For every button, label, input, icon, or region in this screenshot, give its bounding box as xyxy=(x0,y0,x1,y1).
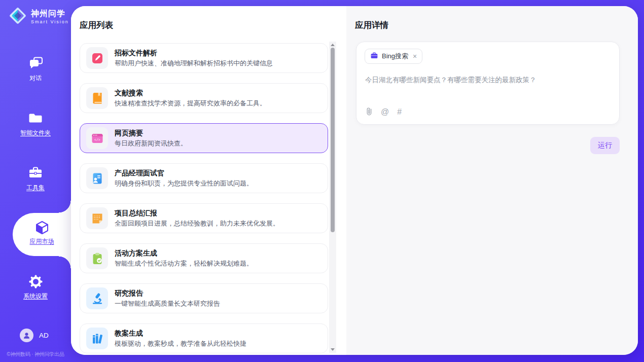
sidebar-item-label: 智能文件夹 xyxy=(20,129,51,137)
sidebar-item-app-market[interactable]: 应用市场 xyxy=(13,213,71,256)
user-account[interactable]: AD xyxy=(20,329,49,342)
app-card-webpage-summary[interactable]: </> 网页摘要 每日政府新闻资讯快查。 xyxy=(80,123,328,153)
main-panel: 应用列表 招标文件解析 帮助用户快速、准确地理解和解析招标书中的关键信息 xyxy=(71,6,638,355)
sidebar-item-label: 对话 xyxy=(29,74,42,83)
sidebar-item-smart-folder[interactable]: 智能文件夹 xyxy=(0,112,71,137)
tool-chip-bing-search: Bing搜索 × xyxy=(365,49,422,64)
app-detail-pane: 应用详情 Bing搜索 × 今日湖北有哪些新闻要点？有哪些需要关注的最新政策？ xyxy=(346,6,638,355)
clipboard-check-icon xyxy=(86,247,108,269)
app-list-pane: 应用列表 招标文件解析 帮助用户快速、准确地理解和解析招标书中的关键信息 xyxy=(71,6,346,355)
app-card-title: 网页摘要 xyxy=(115,129,187,136)
run-row: 运行 xyxy=(356,137,620,154)
app-card-pm-interviewer[interactable]: 产品经理面试官 明确身份和职责，为您提供专业性的面试问题。 xyxy=(80,163,328,193)
toolbox-icon xyxy=(0,166,71,180)
user-name: AD xyxy=(39,332,49,339)
note-icon xyxy=(86,207,108,229)
sidebar: 神州问学 Smart Vision 对话 智能文件夹 xyxy=(0,0,71,362)
sidebar-item-label: 应用市场 xyxy=(30,237,54,246)
sidebar-item-label: 工具集 xyxy=(26,184,45,192)
app-card-desc: 一键智能生成高质量长文本研究报告 xyxy=(115,300,220,308)
app-card-title: 项目总结汇报 xyxy=(115,209,279,216)
sidebar-item-chat[interactable]: 对话 xyxy=(0,57,71,83)
app-card-research-report[interactable]: 研究报告 一键智能生成高质量长文本研究报告 xyxy=(80,283,328,313)
sidebar-item-toolset[interactable]: 工具集 xyxy=(0,166,71,192)
mention-icon[interactable]: @ xyxy=(381,108,389,116)
scroll-up-icon[interactable] xyxy=(331,44,335,46)
gear-icon xyxy=(0,275,71,288)
app-card-title: 招标文件解析 xyxy=(115,49,273,56)
svg-text:</>: </> xyxy=(94,138,100,142)
tool-chip-label: Bing搜索 xyxy=(382,52,408,61)
active-tab-notch-top xyxy=(59,201,71,213)
brand-logo: 神州问学 Smart Vision xyxy=(8,6,69,27)
chat-icon xyxy=(0,57,71,70)
app-detail-title: 应用详情 xyxy=(355,20,388,31)
app-card-desc: 明确身份和职责，为您提供专业性的面试问题。 xyxy=(115,180,253,188)
folder-icon xyxy=(0,112,71,125)
cube-icon xyxy=(13,221,71,235)
run-button[interactable]: 运行 xyxy=(590,137,620,154)
app-card-title: 研究报告 xyxy=(115,289,220,297)
app-card-activity-plan[interactable]: 活动方案生成 智能生成个性化活动方案，轻松解决规划难题。 xyxy=(80,243,328,273)
books-icon xyxy=(86,328,108,349)
app-card-title: 活动方案生成 xyxy=(115,249,253,257)
prompt-text[interactable]: 今日湖北有哪些新闻要点？有哪些需要关注的最新政策？ xyxy=(365,76,611,85)
app-card-desc: 帮助用户快速、准确地理解和解析招标书中的关键信息 xyxy=(115,60,273,67)
composer-toolbar: @ # xyxy=(365,107,402,117)
briefcase-icon xyxy=(370,52,378,61)
brand-subtitle: Smart Vision xyxy=(31,19,69,24)
app-card-lesson-plan[interactable]: 教案生成 模板驱动，教案秒成，教学准备从此轻松快捷 xyxy=(80,323,328,353)
attachment-icon[interactable] xyxy=(365,107,373,117)
app-card-desc: 快速精准查找学术资源，提高研究效率的必备工具。 xyxy=(115,100,266,107)
scrollbar-thumb[interactable] xyxy=(331,48,335,232)
interviewer-doc-icon xyxy=(86,167,108,189)
app-card-title: 产品经理面试官 xyxy=(115,169,253,176)
app-card-tender-analysis[interactable]: 招标文件解析 帮助用户快速、准确地理解和解析招标书中的关键信息 xyxy=(80,43,328,73)
webpage-code-icon: </> xyxy=(86,127,108,149)
app-card-desc: 每日政府新闻资讯快查。 xyxy=(115,140,187,148)
hash-icon[interactable]: # xyxy=(397,108,402,116)
app-card-literature-search[interactable]: 文献搜索 快速精准查找学术资源，提高研究效率的必备工具。 xyxy=(80,83,328,113)
prompt-composer: Bing搜索 × 今日湖北有哪些新闻要点？有哪些需要关注的最新政策？ @ # xyxy=(356,42,620,125)
sidebar-item-label: 系统设置 xyxy=(23,292,48,301)
app-list-title: 应用列表 xyxy=(80,20,113,31)
app-card-desc: 模板驱动，教案秒成，教学准备从此轻松快捷 xyxy=(115,340,246,348)
scroll-down-icon[interactable] xyxy=(331,348,335,351)
app-card-desc: 全面回顾项目进展，总结经验教训，助力未来优化发展。 xyxy=(115,220,279,228)
copyright-footer: ©神州数码 · 神州问学出品 xyxy=(0,351,71,358)
app-card-title: 文献搜索 xyxy=(115,89,266,96)
sidebar-item-settings[interactable]: 系统设置 xyxy=(0,275,71,301)
app-list-scrollbar[interactable] xyxy=(329,42,336,353)
close-icon[interactable]: × xyxy=(413,53,417,60)
app-card-title: 教案生成 xyxy=(115,330,246,337)
edit-square-icon xyxy=(86,47,108,69)
active-tab-notch-bottom xyxy=(59,256,71,268)
app-card-list: 招标文件解析 帮助用户快速、准确地理解和解析招标书中的关键信息 文献搜索 快 xyxy=(80,43,328,354)
app-card-project-summary[interactable]: 项目总结汇报 全面回顾项目进展，总结经验教训，助力未来优化发展。 xyxy=(80,203,328,233)
brand-name: 神州问学 xyxy=(31,9,69,18)
avatar xyxy=(20,329,33,342)
app-card-desc: 智能生成个性化活动方案，轻松解决规划难题。 xyxy=(115,260,253,268)
microscope-icon xyxy=(86,287,108,309)
book-icon xyxy=(86,87,108,109)
diamond-logo-icon xyxy=(8,6,27,27)
